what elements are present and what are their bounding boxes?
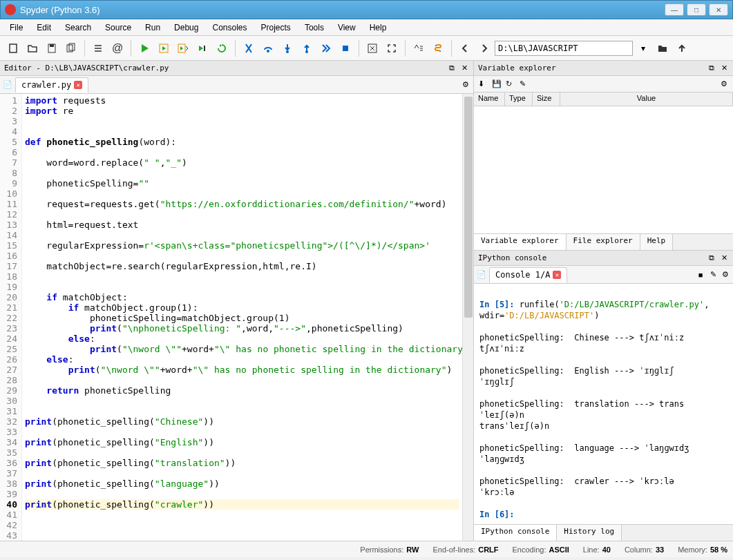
statusbar: Permissions: RW End-of-lines: CRLF Encod… (0, 541, 733, 557)
col-name[interactable]: Name (474, 93, 505, 106)
step-into-icon[interactable] (278, 39, 296, 57)
tab-close-icon[interactable]: ✕ (74, 81, 82, 89)
minimize-button[interactable]: ― (665, 3, 684, 16)
menu-help[interactable]: Help (363, 21, 394, 35)
open-file-icon[interactable] (23, 39, 41, 57)
save-all-icon[interactable] (62, 39, 80, 57)
undock-icon[interactable]: ⧉ (707, 64, 716, 73)
tab-history[interactable]: History log (557, 525, 622, 541)
menu-view[interactable]: View (331, 21, 363, 35)
run-selection-icon[interactable] (193, 39, 211, 57)
editor-scrollbar[interactable] (462, 94, 473, 541)
var-options-icon[interactable]: ⚙ (719, 79, 729, 89)
debug-icon[interactable] (240, 39, 258, 57)
tab-help[interactable]: Help (640, 234, 674, 250)
window-controls: ― □ ✕ (665, 3, 728, 16)
menu-consoles[interactable]: Consoles (205, 21, 254, 35)
clear-icon[interactable]: ✎ (520, 79, 529, 89)
editor-tab[interactable]: crawler.py ✕ (15, 77, 88, 93)
code-area[interactable]: import requests import re def phonetic_s… (22, 94, 462, 541)
var-explorer-title: Variable explorer (478, 64, 707, 73)
close-pane-icon[interactable]: ✕ (719, 253, 729, 263)
menu-edit[interactable]: Edit (30, 21, 58, 35)
code-editor[interactable]: 1 2 3 4 5 6 7 8 9 10 11 12 13 14 15 16 1… (0, 94, 473, 541)
menu-projects[interactable]: Projects (254, 21, 298, 35)
sb-col-value: 33 (656, 545, 664, 554)
sb-mem-label: Memory: (678, 545, 707, 554)
menubar: File Edit Search Source Run Debug Consol… (0, 19, 733, 36)
menu-file[interactable]: File (3, 21, 30, 35)
new-file-icon[interactable] (4, 39, 22, 57)
menu-run[interactable]: Run (138, 21, 167, 35)
save-data-icon[interactable]: 💾 (492, 79, 502, 89)
back-icon[interactable] (456, 39, 474, 57)
sb-line-label: Line: (583, 545, 600, 554)
undock-icon[interactable]: ⧉ (707, 253, 716, 263)
pythonpath-icon[interactable] (429, 39, 447, 57)
tab-close-icon[interactable]: ✕ (553, 271, 561, 279)
interrupt-icon[interactable]: ■ (696, 270, 705, 280)
maximize-pane-icon[interactable] (363, 39, 381, 57)
spyder-icon (5, 4, 16, 15)
step-over-icon[interactable] (259, 39, 277, 57)
path-dropdown-icon[interactable]: ▾ (634, 39, 652, 57)
svg-point-7 (267, 50, 269, 52)
browse-dir-icon[interactable] (654, 39, 672, 57)
refresh-icon[interactable]: ↻ (506, 79, 515, 89)
tab-file-explorer[interactable]: File explorer (567, 234, 640, 250)
close-pane-icon[interactable]: ✕ (459, 64, 469, 73)
tab-ipython[interactable]: IPython console (474, 525, 557, 541)
import-data-icon[interactable]: ⬇ (478, 79, 488, 89)
forward-icon[interactable] (475, 39, 493, 57)
sb-enc-label: Encoding: (513, 545, 546, 554)
console-options-icon[interactable]: ⚙ (721, 270, 730, 280)
svg-point-8 (286, 50, 289, 53)
svg-point-13 (439, 50, 441, 52)
editor-options-icon[interactable]: ⚙ (461, 80, 470, 90)
tab-variable-explorer[interactable]: Variable explorer (474, 234, 567, 250)
menu-search[interactable]: Search (58, 21, 98, 35)
preferences-icon[interactable] (410, 39, 428, 57)
sb-col-label: Column: (625, 545, 653, 554)
list-icon[interactable] (89, 39, 107, 57)
menu-tools[interactable]: Tools (298, 21, 331, 35)
parent-dir-icon[interactable] (673, 39, 691, 57)
run-cell-icon[interactable] (155, 39, 173, 57)
rerun-icon[interactable] (213, 39, 231, 57)
console-title: IPython console (478, 253, 707, 262)
save-icon[interactable] (43, 39, 61, 57)
console-tab[interactable]: Console 1/A ✕ (489, 267, 567, 282)
at-icon[interactable]: @ (108, 39, 126, 57)
run-icon[interactable] (135, 39, 153, 57)
sb-enc-value: ASCII (549, 545, 569, 554)
svg-rect-2 (50, 44, 54, 47)
browse-tabs-icon[interactable]: 📄 (477, 270, 486, 280)
console-output[interactable]: In [5]: runfile('D:/LB/JAVASCRIPT/crawle… (474, 284, 733, 524)
col-type[interactable]: Type (505, 93, 533, 106)
continue-icon[interactable] (317, 39, 335, 57)
menu-debug[interactable]: Debug (167, 21, 205, 35)
browse-tabs-icon[interactable]: 📄 (3, 80, 12, 90)
close-pane-icon[interactable]: ✕ (719, 64, 729, 73)
col-size[interactable]: Size (533, 93, 560, 106)
undock-icon[interactable]: ⧉ (447, 64, 457, 73)
line-gutter: 1 2 3 4 5 6 7 8 9 10 11 12 13 14 15 16 1… (0, 94, 22, 541)
close-button[interactable]: ✕ (709, 3, 728, 16)
svg-point-9 (305, 50, 308, 53)
editor-header: Editor - D:\LB\JAVASCRIPT\crawler.py (4, 64, 447, 73)
maximize-button[interactable]: □ (687, 3, 706, 16)
console-pane: IPython console ⧉ ✕ 📄 Console 1/A ✕ ■ ✎ … (474, 251, 733, 541)
sb-eol-value: CRLF (478, 545, 498, 554)
working-dir-input[interactable] (495, 41, 633, 56)
col-value[interactable]: Value (560, 93, 733, 106)
console-tab-label: Console 1/A (495, 270, 550, 280)
menu-source[interactable]: Source (98, 21, 138, 35)
run-cell-advance-icon[interactable] (174, 39, 192, 57)
step-out-icon[interactable] (298, 39, 316, 57)
clear-console-icon[interactable]: ✎ (708, 270, 718, 280)
variable-table[interactable]: Name Type Size Value (474, 93, 733, 233)
svg-rect-10 (343, 46, 348, 51)
fullscreen-icon[interactable] (383, 39, 401, 57)
stop-debug-icon[interactable] (336, 39, 354, 57)
sb-perm-label: Permissions: (360, 545, 403, 554)
